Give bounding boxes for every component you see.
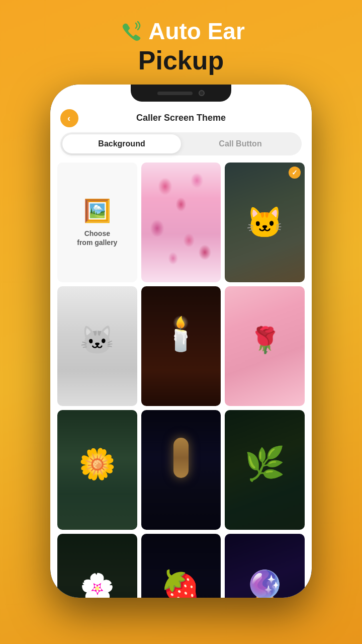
image-grid: 🖼️ Choosefrom gallery <box>57 163 305 598</box>
back-button[interactable]: ‹ <box>60 109 78 127</box>
phone-frame: ‹ Caller Screen Theme Background Call Bu… <box>50 85 312 598</box>
app-title-line1: Auto Ear <box>148 20 245 43</box>
image-grid-container: 🖼️ Choosefrom gallery <box>50 163 312 598</box>
image-bg-gray-cat <box>57 286 137 406</box>
image-bg-cat <box>225 163 305 282</box>
nav-bar: ‹ Caller Screen Theme <box>50 107 312 128</box>
image-dark-bottle[interactable] <box>141 410 221 530</box>
image-white-flowers[interactable] <box>57 534 137 598</box>
image-gray-cat[interactable] <box>57 286 137 406</box>
image-cat[interactable] <box>225 163 305 282</box>
image-bg-pink-flowers <box>141 163 221 282</box>
front-camera <box>199 90 205 96</box>
speaker <box>157 92 193 95</box>
image-pink-roses[interactable] <box>225 286 305 406</box>
app-title-line2: Pickup <box>138 45 224 75</box>
image-bg-candle <box>141 286 221 406</box>
image-bg-planet <box>225 534 305 598</box>
image-yellow-flower[interactable] <box>57 410 137 530</box>
image-planet[interactable] <box>225 534 305 598</box>
image-bg-strawberry <box>141 534 221 598</box>
tab-background[interactable]: Background <box>62 134 181 153</box>
image-bg-dark-bottle <box>141 410 221 530</box>
tab-switcher: Background Call Button <box>60 132 302 155</box>
tab-call-button[interactable]: Call Button <box>181 134 300 153</box>
app-header: Auto Ear Pickup <box>117 0 245 75</box>
back-chevron-icon: ‹ <box>67 114 70 123</box>
phone-icon <box>117 18 143 44</box>
image-bg-fern <box>225 410 305 530</box>
gallery-label: Choosefrom gallery <box>77 229 117 247</box>
image-bg-pink-roses <box>225 286 305 406</box>
image-bg-white-flowers <box>57 534 137 598</box>
image-candle[interactable] <box>141 286 221 406</box>
gallery-icon: 🖼️ <box>83 198 111 224</box>
image-bg-yellow-flower <box>57 410 137 530</box>
phone-screen: ‹ Caller Screen Theme Background Call Bu… <box>50 85 312 598</box>
image-fern[interactable] <box>225 410 305 530</box>
image-pink-flowers[interactable] <box>141 163 221 282</box>
app-title-row: Auto Ear <box>117 18 245 44</box>
selected-badge <box>289 167 301 179</box>
svg-point-0 <box>117 18 143 44</box>
gallery-picker-button[interactable]: 🖼️ Choosefrom gallery <box>57 163 137 282</box>
screen-title: Caller Screen Theme <box>136 113 226 123</box>
phone-notch <box>131 85 231 102</box>
image-strawberry[interactable] <box>141 534 221 598</box>
